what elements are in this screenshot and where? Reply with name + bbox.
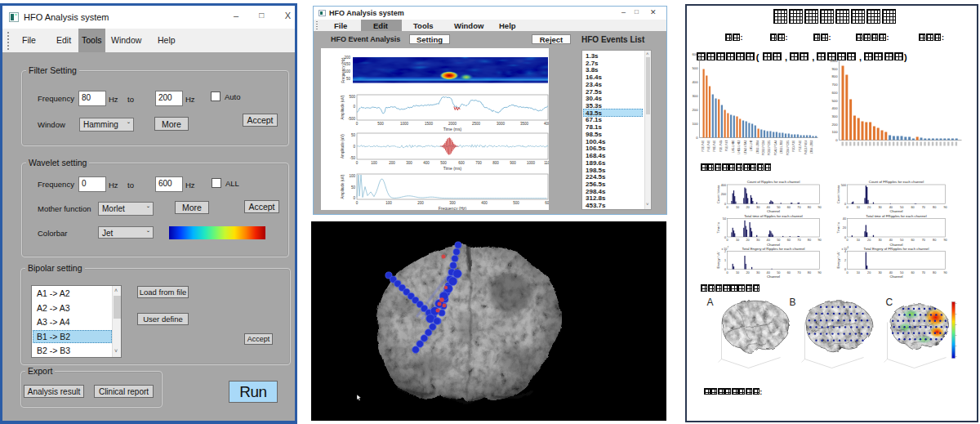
- svg-text:Amplitude (uV): Amplitude (uV): [341, 134, 345, 158]
- svg-text:3000: 3000: [497, 122, 506, 126]
- svg-text:50: 50: [346, 77, 351, 81]
- svg-text:0: 0: [353, 105, 355, 109]
- svg-text:3500: 3500: [520, 122, 529, 126]
- svg-text:0: 0: [353, 145, 355, 149]
- svg-text:300: 300: [449, 201, 456, 205]
- svg-text:B: B: [790, 297, 796, 308]
- svg-text:500: 500: [349, 95, 355, 99]
- svg-text:800: 800: [492, 161, 499, 165]
- svg-text:Frequency (Hz): Frequency (Hz): [439, 206, 467, 211]
- svg-text:2500: 2500: [472, 122, 481, 126]
- svg-text:500: 500: [440, 161, 447, 165]
- svg-text:1000: 1000: [400, 122, 409, 126]
- svg-text:-50: -50: [350, 156, 355, 160]
- svg-text:1000: 1000: [527, 161, 536, 165]
- svg-text:200: 200: [389, 161, 395, 165]
- svg-text:1500: 1500: [425, 122, 434, 126]
- svg-text:Frequency (Hz): Frequency (Hz): [341, 57, 345, 83]
- svg-text:50: 50: [351, 133, 356, 137]
- svg-text:400: 400: [481, 201, 488, 205]
- svg-text:900: 900: [510, 161, 516, 165]
- svg-text:100: 100: [371, 161, 377, 165]
- svg-text:Time (ms): Time (ms): [443, 166, 462, 171]
- svg-text:300: 300: [406, 161, 412, 165]
- svg-text:Amplitude (uV): Amplitude (uV): [341, 174, 345, 199]
- svg-text:700: 700: [475, 161, 482, 165]
- svg-text:1100: 1100: [544, 161, 549, 165]
- svg-text:Time (ms): Time (ms): [443, 127, 462, 132]
- svg-text:600: 600: [458, 161, 465, 165]
- svg-text:A: A: [707, 297, 714, 308]
- svg-text:100: 100: [349, 174, 355, 178]
- svg-text:0: 0: [356, 122, 359, 126]
- svg-text:2000: 2000: [448, 122, 457, 126]
- svg-text:400: 400: [423, 161, 430, 165]
- svg-text:200: 200: [417, 201, 424, 205]
- svg-text:C: C: [886, 297, 893, 308]
- svg-text:0: 0: [356, 161, 359, 165]
- svg-text:600: 600: [545, 201, 549, 205]
- svg-text:-500: -500: [348, 117, 356, 121]
- svg-text:500: 500: [377, 122, 384, 126]
- svg-text:50: 50: [351, 185, 356, 190]
- svg-text:Amplitude (uV): Amplitude (uV): [341, 95, 345, 119]
- svg-text:4000: 4000: [544, 122, 549, 126]
- svg-text:0: 0: [356, 201, 359, 205]
- svg-text:500: 500: [513, 201, 519, 205]
- svg-text:100: 100: [385, 201, 392, 205]
- svg-text:0: 0: [353, 196, 355, 200]
